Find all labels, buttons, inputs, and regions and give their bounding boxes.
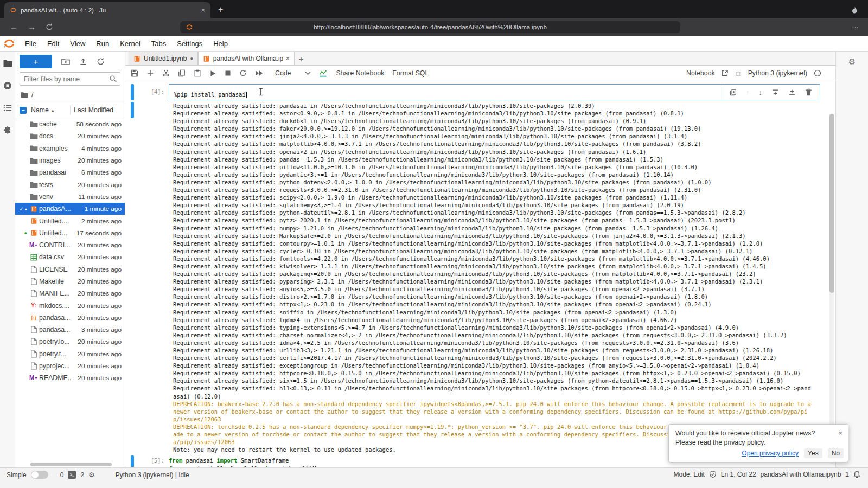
property-inspector-gear-icon[interactable]: ⚙ (848, 57, 856, 67)
insert-cell-icon[interactable] (146, 69, 154, 77)
open-privacy-policy-link[interactable]: Open privacy policy (742, 450, 799, 457)
kernel-gear-icon[interactable]: ⚙ (88, 471, 95, 479)
file-row-contri-[interactable]: M▼CONTRI...20 minutes ago (15, 239, 125, 251)
active-file-name[interactable]: pandasAI with Ollama.ipynb (761, 471, 841, 478)
select-all-checkbox[interactable]: – (20, 107, 27, 114)
menu-edit[interactable]: Edit (42, 40, 65, 48)
file-row-poetry-t-[interactable]: poetry.t...20 minutes ago (15, 348, 125, 360)
file-row-venv[interactable]: venv11 minutes ago (15, 191, 125, 203)
notebook-vertical-scrollbar[interactable] (829, 114, 834, 464)
file-row-images[interactable]: images20 minutes ago (15, 155, 125, 166)
filter-files-input[interactable] (20, 72, 120, 86)
external-link-icon[interactable] (722, 70, 728, 76)
toast-no-button[interactable]: No (828, 448, 844, 458)
file-row-manife-[interactable]: MANIFE...20 minutes ago (15, 287, 125, 299)
kernel-status-icon[interactable] (814, 69, 821, 77)
menu-view[interactable]: View (65, 40, 91, 48)
cell-output-collapser[interactable] (131, 102, 134, 118)
save-icon[interactable] (131, 69, 138, 77)
file-row-data-csv[interactable]: data.csv20 minutes ago (15, 251, 125, 263)
sidebar-horizontal-scrollbar[interactable] (30, 463, 112, 466)
menu-settings[interactable]: Settings (171, 40, 208, 48)
format-sql-button[interactable]: Format SQL (392, 69, 429, 77)
file-row-pandasa-[interactable]: {:}pandasa...20 minutes ago (15, 312, 125, 324)
table-of-contents-icon[interactable] (3, 104, 12, 112)
browser-tab-close-icon[interactable]: × (201, 6, 205, 14)
bell-icon[interactable] (853, 471, 860, 478)
delete-cell-icon[interactable] (805, 88, 812, 96)
new-folder-icon[interactable] (61, 58, 70, 66)
cell-type-dropdown[interactable]: Code (275, 69, 311, 77)
stop-icon[interactable] (225, 70, 231, 76)
restart-run-all-icon[interactable] (255, 70, 264, 76)
file-row-makefile[interactable]: Makefile20 minutes ago (15, 275, 125, 287)
file-row-license[interactable]: LICENSE20 minutes ago (15, 264, 125, 275)
file-row-cache[interactable]: cache58 seconds ago (15, 118, 125, 130)
file-browser-icon[interactable] (3, 59, 12, 67)
new-notebook-tab-button[interactable]: + (299, 54, 304, 63)
scrollbar-thumb[interactable] (829, 114, 834, 293)
new-launcher-button[interactable]: + (20, 55, 52, 68)
file-row-pandasa-[interactable]: ✓●pandasA...1 minute ago (15, 203, 125, 215)
file-row-untitled-[interactable]: Untitled....2 minutes ago (15, 215, 125, 227)
share-notebook-button[interactable]: Share Notebook (336, 69, 384, 77)
browser-menu-icon[interactable]: … (852, 22, 859, 30)
file-row-pandasai[interactable]: pandasai6 minutes ago (15, 166, 125, 178)
file-row-examples[interactable]: examples4 minutes ago (15, 143, 125, 155)
file-row-readme-[interactable]: M▼README...20 minutes ago (15, 372, 125, 384)
menu-file[interactable]: File (20, 40, 42, 48)
extensions-icon[interactable] (3, 126, 12, 134)
breadcrumb-root[interactable]: / (31, 91, 33, 99)
cursor-position[interactable]: Ln 1, Col 22 (721, 471, 756, 478)
upload-icon[interactable] (79, 57, 87, 66)
restart-kernel-icon[interactable] (239, 69, 247, 77)
kernel-name-button[interactable]: Python 3 (ipykernel) (748, 69, 807, 77)
browser-tab[interactable]: pandasAI wit... (auto-4 : 2) - Ju × (4, 2, 210, 18)
insert-cell-above-icon[interactable] (771, 89, 779, 96)
forward-button[interactable]: → (28, 22, 36, 31)
sql-chart-icon[interactable] (319, 70, 328, 77)
file-row-untitled-[interactable]: ●Untitled...17 seconds ago (15, 227, 125, 239)
new-tab-button[interactable]: + (218, 5, 223, 15)
refresh-icon[interactable] (97, 57, 105, 66)
tab-close-icon[interactable]: × (286, 55, 290, 62)
menu-tabs[interactable]: Tabs (146, 40, 171, 48)
file-row-pandasa-[interactable]: pandasa...3 minutes ago (15, 324, 125, 336)
back-button[interactable]: ← (10, 22, 18, 31)
column-header-name[interactable]: Name ▲ (31, 106, 70, 114)
terminal-icon[interactable]: $_ (68, 471, 76, 479)
cut-icon[interactable] (162, 69, 170, 77)
file-row-mkdocs-[interactable]: Y:mkdocs....20 minutes ago (15, 299, 125, 311)
column-header-modified[interactable]: Last Modified (74, 106, 122, 114)
run-icon[interactable] (209, 70, 216, 77)
paste-icon[interactable] (194, 69, 201, 77)
file-row-pyprojec-[interactable]: pyprojec...20 minutes ago (15, 360, 125, 372)
file-row-docs[interactable]: docs20 minutes ago (15, 130, 125, 142)
insert-cell-below-icon[interactable] (788, 89, 796, 96)
file-row-tests[interactable]: tests20 minutes ago (15, 178, 125, 190)
cell-input-collapser[interactable] (131, 455, 134, 467)
menu-help[interactable]: Help (208, 40, 233, 48)
notebook-mode-label[interactable]: Notebook (686, 69, 715, 77)
move-cell-down-icon[interactable]: ↓ (759, 88, 763, 97)
cell-code-editor[interactable]: %pip install pandasai ↑ ↓ (169, 84, 820, 100)
move-cell-up-icon[interactable]: ↑ (746, 88, 750, 97)
debugger-bug-icon[interactable] (735, 70, 742, 77)
trust-shield-icon[interactable] (709, 471, 717, 478)
tab-pandasai-with-ollama[interactable]: pandasAI with Ollama.ipynb × (198, 52, 295, 65)
toast-close-icon[interactable]: × (838, 429, 843, 437)
menu-kernel[interactable]: Kernel (114, 40, 146, 48)
running-kernels-icon[interactable] (3, 81, 12, 90)
url-bar[interactable]: http://localhost:8888/lab/workspaces/aut… (180, 21, 680, 33)
breadcrumb[interactable]: / (15, 87, 125, 102)
reload-button[interactable] (46, 23, 53, 31)
tab-untitled1[interactable]: Untitled1.ipynb ● (129, 52, 198, 65)
simple-mode-toggle[interactable] (31, 471, 48, 479)
kernel-status-label[interactable]: Python 3 (ipykernel) | Idle (116, 471, 189, 479)
duplicate-cell-icon[interactable] (730, 89, 737, 96)
file-row-poetry-lo-[interactable]: poetry.lo...20 minutes ago (15, 336, 125, 348)
cell-input-collapser[interactable] (131, 84, 134, 100)
code-cell-4[interactable]: [4]: %pip install pandasai ↑ ↓ (131, 84, 835, 100)
copy-icon[interactable] (178, 69, 186, 77)
menu-run[interactable]: Run (91, 40, 114, 48)
